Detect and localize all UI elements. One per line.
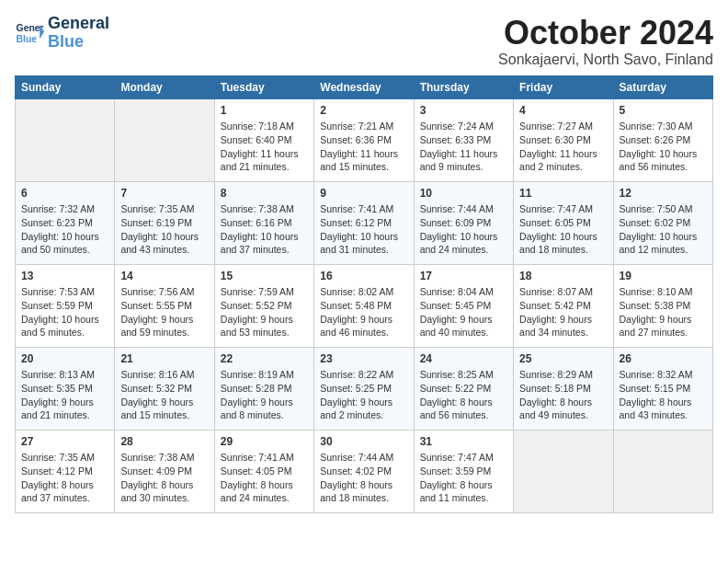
day-info: Sunset: 6:02 PM [620, 217, 691, 228]
calendar-day-cell: 11Sunrise: 7:47 AMSunset: 6:05 PMDayligh… [514, 181, 613, 264]
day-info: Daylight: 10 hours [120, 231, 199, 242]
day-info: Sunrise: 7:27 AM [519, 121, 593, 132]
calendar-day-cell: 18Sunrise: 8:07 AMSunset: 5:42 PMDayligh… [514, 264, 613, 347]
day-info: Daylight: 11 hours [420, 148, 498, 159]
calendar-day-cell: 22Sunrise: 8:19 AMSunset: 5:28 PMDayligh… [214, 347, 313, 430]
day-info: Sunset: 5:59 PM [21, 300, 93, 311]
day-info: Daylight: 9 hours [221, 396, 293, 408]
calendar-day-cell: 30Sunrise: 7:44 AMSunset: 4:02 PMDayligh… [314, 430, 414, 512]
day-info: Sunrise: 7:38 AM [120, 452, 194, 463]
day-info: Daylight: 8 hours [519, 396, 592, 408]
day-info: and 43 minutes. [620, 409, 688, 420]
day-info: Daylight: 11 hours [320, 148, 398, 159]
calendar-day-cell: 12Sunrise: 7:50 AMSunset: 6:02 PMDayligh… [613, 181, 712, 264]
day-info: Sunrise: 7:38 AM [221, 203, 294, 214]
day-number: 31 [420, 434, 507, 450]
day-info: and 18 minutes. [519, 244, 588, 255]
day-info: Sunrise: 7:47 AM [420, 452, 494, 463]
day-info: Sunrise: 7:56 AM [120, 286, 194, 297]
calendar-day-cell: 14Sunrise: 7:56 AMSunset: 5:55 PMDayligh… [115, 264, 214, 347]
day-number: 12 [620, 186, 707, 201]
day-info: Sunset: 4:02 PM [320, 465, 392, 477]
weekday-header: Thursday [414, 75, 513, 98]
calendar-day-cell: 6Sunrise: 7:32 AMSunset: 6:23 PMDaylight… [16, 181, 115, 264]
day-info: Sunset: 5:15 PM [620, 383, 691, 394]
day-info: and 30 minutes. [120, 492, 189, 503]
day-info: Sunset: 3:59 PM [420, 465, 492, 477]
day-info: Daylight: 9 hours [221, 314, 293, 325]
day-number: 17 [420, 269, 507, 284]
day-info: Sunset: 5:55 PM [120, 300, 192, 311]
day-info: Daylight: 10 hours [620, 231, 698, 242]
day-info: Sunrise: 7:53 AM [21, 286, 95, 297]
calendar-week-row: 1Sunrise: 7:18 AMSunset: 6:40 PMDaylight… [16, 98, 713, 181]
day-info: and 2 minutes. [320, 409, 383, 420]
title-block: October 2024 Sonkajaervi, North Savo, Fi… [498, 15, 713, 68]
day-info: Sunrise: 7:44 AM [420, 203, 494, 214]
day-info: Sunset: 6:30 PM [519, 134, 591, 145]
day-info: Sunset: 6:05 PM [519, 217, 591, 228]
calendar-day-cell [514, 430, 613, 512]
day-info: Sunset: 6:19 PM [120, 217, 192, 228]
day-info: Sunset: 5:42 PM [519, 300, 591, 311]
day-info: Sunset: 5:25 PM [320, 383, 392, 394]
day-number: 4 [519, 103, 607, 119]
day-info: and 21 minutes. [21, 409, 90, 420]
day-info: Sunrise: 8:25 AM [420, 369, 494, 380]
day-info: Sunrise: 7:24 AM [420, 121, 494, 132]
day-info: Sunrise: 7:35 AM [21, 452, 95, 463]
day-number: 26 [620, 351, 707, 367]
day-number: 14 [120, 269, 208, 284]
day-info: and 59 minutes. [120, 327, 189, 338]
weekday-header: Sunday [16, 75, 115, 98]
day-info: and 46 minutes. [320, 327, 389, 338]
day-info: Sunrise: 7:59 AM [221, 286, 294, 297]
day-info: and 49 minutes. [519, 409, 588, 420]
calendar-day-cell: 4Sunrise: 7:27 AMSunset: 6:30 PMDaylight… [514, 98, 613, 181]
calendar-day-cell: 28Sunrise: 7:38 AMSunset: 4:09 PMDayligh… [115, 430, 214, 512]
day-number: 6 [21, 186, 108, 201]
day-info: Daylight: 10 hours [21, 314, 99, 325]
day-number: 7 [120, 186, 208, 201]
day-info: and 24 minutes. [221, 492, 290, 503]
day-info: Daylight: 9 hours [21, 396, 94, 408]
day-info: Daylight: 9 hours [420, 314, 493, 325]
weekday-header: Monday [115, 75, 214, 98]
day-number: 5 [620, 103, 707, 119]
day-info: and 21 minutes. [221, 161, 290, 172]
day-info: Daylight: 11 hours [221, 148, 299, 159]
day-info: Daylight: 10 hours [519, 231, 597, 242]
day-info: Sunrise: 8:07 AM [519, 286, 593, 297]
calendar-day-cell: 7Sunrise: 7:35 AMSunset: 6:19 PMDaylight… [115, 181, 214, 264]
day-info: and 37 minutes. [21, 492, 90, 503]
day-number: 23 [320, 351, 407, 367]
calendar-day-cell: 25Sunrise: 8:29 AMSunset: 5:18 PMDayligh… [514, 347, 613, 430]
day-info: Sunset: 5:48 PM [320, 300, 392, 311]
day-info: and 43 minutes. [120, 244, 189, 255]
day-info: Sunset: 6:36 PM [320, 134, 392, 145]
day-info: Sunrise: 8:13 AM [21, 369, 95, 380]
logo: General Blue General Blue [15, 15, 109, 52]
calendar-day-cell: 20Sunrise: 8:13 AMSunset: 5:35 PMDayligh… [16, 347, 115, 430]
calendar-day-cell: 17Sunrise: 8:04 AMSunset: 5:45 PMDayligh… [414, 264, 513, 347]
day-info: Sunrise: 7:30 AM [620, 121, 693, 132]
calendar-day-cell: 9Sunrise: 7:41 AMSunset: 6:12 PMDaylight… [314, 181, 414, 264]
day-info: Sunset: 6:12 PM [320, 217, 392, 228]
day-info: and 34 minutes. [519, 327, 588, 338]
day-info: Sunset: 5:52 PM [221, 300, 292, 311]
day-info: and 53 minutes. [221, 327, 290, 338]
calendar-title: October 2024 [498, 15, 713, 52]
day-number: 22 [221, 351, 308, 367]
day-info: Sunrise: 8:22 AM [320, 369, 393, 380]
day-info: and 12 minutes. [620, 244, 688, 255]
calendar-week-row: 27Sunrise: 7:35 AMSunset: 4:12 PMDayligh… [16, 430, 713, 512]
day-info: Sunrise: 8:32 AM [620, 369, 693, 380]
day-info: Daylight: 9 hours [519, 314, 592, 325]
day-info: Sunset: 4:12 PM [21, 465, 93, 477]
day-number: 11 [519, 186, 607, 201]
day-info: Sunset: 5:45 PM [420, 300, 492, 311]
day-info: Sunset: 5:35 PM [21, 383, 93, 394]
day-number: 25 [519, 351, 607, 367]
day-info: Daylight: 9 hours [320, 314, 392, 325]
day-info: Sunrise: 7:41 AM [320, 203, 393, 214]
